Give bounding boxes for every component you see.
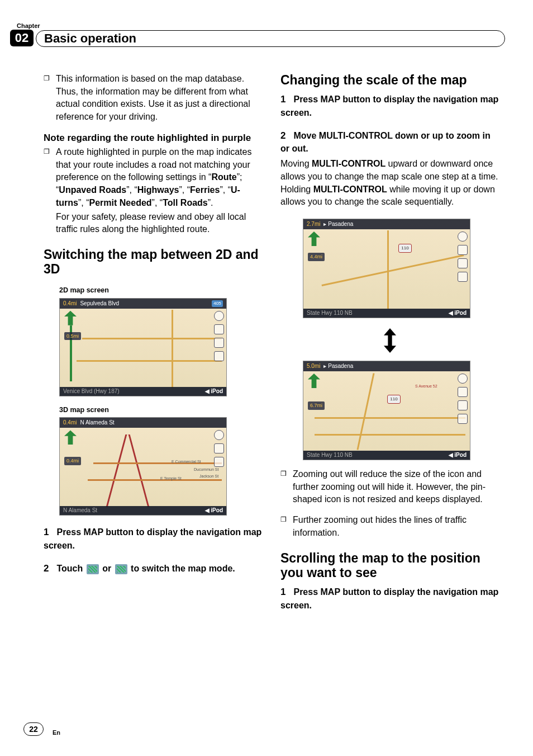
road-line	[387, 230, 389, 309]
b2-text-h: ”.	[208, 198, 213, 207]
step-text: Move MULTI-CONTROL down or up to zoom in…	[280, 131, 491, 153]
map1-dist-side: 0.5mi	[64, 332, 81, 341]
b2-text-e: ”, “	[220, 185, 231, 195]
step-text: Press MAP button to display the navigati…	[44, 527, 261, 550]
kw-toll: Toll Roads	[163, 198, 208, 207]
step-number: 2	[280, 130, 285, 141]
map-control-icon	[214, 338, 224, 348]
turn-arrow-icon	[308, 374, 320, 388]
map4-street-top: Pasadena	[328, 363, 353, 369]
map1-dist-top: 0.4mi	[63, 300, 77, 308]
note-bullet-4: Further zooming out hides the lines of t…	[280, 514, 499, 539]
step-text: Press MAP button to display the navigati…	[280, 94, 498, 117]
hwy-shield-icon: 110	[398, 244, 412, 253]
road-line	[88, 479, 222, 481]
section-2d-3d: Switching the map between 2D and 3D	[44, 247, 263, 277]
section-changing-scale: Changing the scale of the map	[280, 73, 499, 87]
map4-side-icons	[458, 374, 468, 424]
view-2d-icon	[87, 564, 99, 574]
map1-route-badge: 405	[212, 300, 223, 307]
step-text: Press MAP button to display the navigati…	[280, 587, 498, 609]
map3-street-top: Pasadena	[328, 221, 353, 227]
kw-unpaved: Unpaved Roads	[59, 185, 126, 195]
map4-street-bot: State Hwy 110 NB	[307, 451, 353, 459]
turn-arrow-icon	[64, 311, 77, 325]
b2-text-d: ”, “	[179, 185, 190, 195]
map3-topbar: 2.7mi ▸ Pasadena	[303, 219, 470, 229]
road-line	[322, 254, 464, 286]
road-line	[82, 338, 222, 339]
svg-marker-0	[384, 328, 396, 353]
map-control-icon	[458, 414, 468, 424]
map-control-icon	[458, 258, 468, 268]
view-3d-icon	[115, 564, 127, 574]
map2-street-bot: N Alameda St	[63, 507, 97, 514]
kw-highways: Highways	[137, 185, 179, 195]
step-2-left: 2Touch or to switch the map mode.	[44, 562, 263, 575]
step-1-left: 1Press MAP button to display the navigat…	[44, 526, 263, 552]
road-line	[315, 434, 465, 436]
road-line	[93, 462, 222, 464]
note-bullet-2: A route highlighted in purple on the map…	[44, 146, 263, 236]
kw-multicontrol: MULTI-CONTROL	[312, 159, 386, 168]
up-down-arrow-icon	[379, 328, 401, 353]
ipod-label: ◀ iPod	[449, 451, 467, 459]
map-control-icon	[214, 351, 224, 361]
road-line	[129, 434, 150, 507]
chapter-label: Chapter	[17, 22, 40, 29]
turn-arrow-icon	[308, 231, 320, 246]
step-number: 1	[280, 587, 285, 597]
road-line	[106, 434, 127, 507]
map3-dist-top: 2.7mi	[307, 220, 320, 228]
map2-side-icons	[214, 430, 224, 467]
language-label: En	[53, 729, 60, 736]
label-2d: 2D map screen	[59, 286, 263, 296]
map-control-icon	[214, 457, 224, 467]
page-title: Basic operation	[44, 31, 136, 46]
map1-street-top: Sepulveda Blvd	[80, 300, 119, 308]
right-column: Changing the scale of the map 1Press MAP…	[280, 73, 499, 711]
map-control-icon	[214, 324, 224, 334]
map4-botbar: State Hwy 110 NB ◀ iPod	[303, 451, 470, 460]
road-label: Jackson St	[199, 474, 218, 479]
map-control-icon	[458, 272, 468, 282]
map-control-icon	[214, 443, 224, 453]
map3-dist-side: 4.4mi	[308, 253, 325, 261]
map3-street-bot: State Hwy 110 NB	[307, 309, 353, 317]
map2-dist-side: 0.4mi	[64, 457, 81, 465]
turn-arrow-icon	[64, 430, 77, 445]
map1-side-icons	[214, 311, 224, 361]
page-number-badge: 22	[23, 722, 44, 736]
subhead-purple-route: Note regarding the route highlighted in …	[44, 131, 263, 145]
note-bullet-3: Zooming out will reduce the size of the …	[280, 468, 499, 506]
map4-dist-side: 6.7mi	[308, 401, 325, 410]
map-screenshot-2d: 0.4mi Sepulveda Blvd 405 0.5mi Venice Bl…	[59, 298, 227, 396]
road-label: Ducommun St	[194, 467, 218, 472]
map4-topbar: 5.0mi ▸ Pasadena	[303, 361, 470, 371]
map-screenshot-3d: 0.4mi N Alameda St 0.4mi E Commercial St…	[59, 417, 227, 516]
map2-botbar: N Alameda St ◀ iPod	[60, 506, 226, 515]
label-3d: 3D map screen	[59, 405, 263, 415]
section-scrolling: Scrolling the map to the position you wa…	[280, 551, 499, 580]
left-column: This information is based on the map dat…	[44, 73, 263, 711]
road-line	[315, 417, 465, 419]
step-number: 1	[280, 94, 285, 105]
b2-text-g: ”, “	[152, 198, 163, 207]
map1-botbar: Venice Blvd (Hwy 187) ◀ iPod	[60, 387, 226, 396]
map-control-icon	[458, 387, 468, 397]
road-line	[77, 360, 222, 362]
road-label: E Temple St	[160, 476, 182, 481]
compass-icon	[458, 231, 468, 242]
road-line	[172, 310, 173, 388]
road-label: S Avenue 52	[415, 384, 437, 389]
b2-text-c: ”, “	[126, 185, 137, 195]
scale-paragraph: Moving MULTI-CONTROL upward or downward …	[280, 158, 499, 209]
kw-ferries: Ferries	[190, 185, 220, 195]
note-bullet-1: This information is based on the map dat…	[44, 73, 263, 124]
compass-icon	[214, 311, 224, 321]
map2-street-top: N Alameda St	[80, 419, 114, 427]
road-line	[356, 373, 374, 450]
map2-dist-top: 0.4mi	[63, 419, 77, 427]
step-1-right: 1Press MAP button to display the navigat…	[280, 93, 499, 119]
ipod-label: ◀ iPod	[205, 507, 223, 514]
